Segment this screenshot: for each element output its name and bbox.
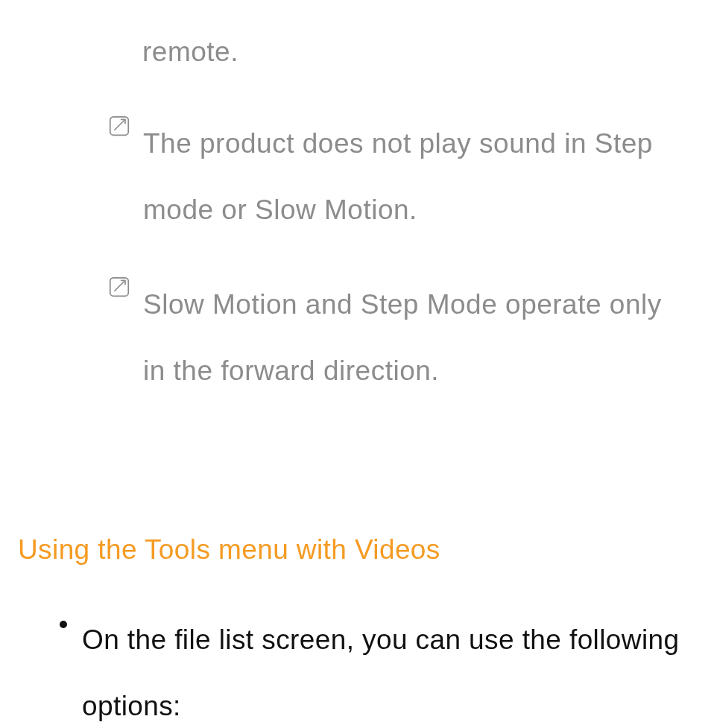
note-icon bbox=[109, 276, 130, 297]
bullet-item: On the file list screen, you can use the… bbox=[21, 607, 690, 728]
bullet-dot-icon bbox=[60, 621, 67, 628]
document-page: remote. The product does not play sound … bbox=[0, 0, 711, 728]
note-item: The product does not play sound in Step … bbox=[21, 111, 690, 244]
note-icon bbox=[109, 115, 130, 136]
note-text: The product does not play sound in Step … bbox=[143, 111, 690, 244]
section-heading: Using the Tools menu with Videos bbox=[18, 534, 690, 566]
svg-line-1 bbox=[115, 121, 124, 130]
fragment-text-remote: remote. bbox=[142, 30, 690, 74]
svg-line-3 bbox=[115, 282, 124, 291]
note-text: Slow Motion and Step Mode operate only i… bbox=[143, 272, 690, 405]
note-item: Slow Motion and Step Mode operate only i… bbox=[21, 272, 690, 405]
bullet-text: On the file list screen, you can use the… bbox=[82, 607, 690, 728]
